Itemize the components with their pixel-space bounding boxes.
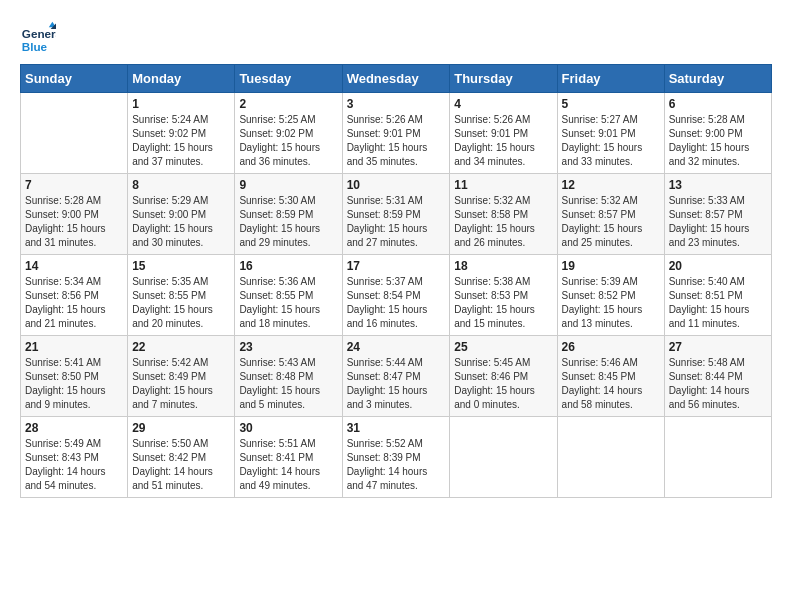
day-number: 7 xyxy=(25,178,123,192)
calendar-cell: 2Sunrise: 5:25 AM Sunset: 9:02 PM Daylig… xyxy=(235,93,342,174)
calendar-cell: 13Sunrise: 5:33 AM Sunset: 8:57 PM Dayli… xyxy=(664,174,771,255)
day-number: 21 xyxy=(25,340,123,354)
day-number: 10 xyxy=(347,178,446,192)
day-number: 11 xyxy=(454,178,552,192)
calendar-cell: 21Sunrise: 5:41 AM Sunset: 8:50 PM Dayli… xyxy=(21,336,128,417)
day-info: Sunrise: 5:41 AM Sunset: 8:50 PM Dayligh… xyxy=(25,356,123,412)
day-number: 12 xyxy=(562,178,660,192)
day-number: 5 xyxy=(562,97,660,111)
logo: General Blue xyxy=(20,20,56,56)
day-number: 2 xyxy=(239,97,337,111)
calendar-cell: 30Sunrise: 5:51 AM Sunset: 8:41 PM Dayli… xyxy=(235,417,342,498)
logo-icon: General Blue xyxy=(20,20,56,56)
calendar-cell: 8Sunrise: 5:29 AM Sunset: 9:00 PM Daylig… xyxy=(128,174,235,255)
day-number: 16 xyxy=(239,259,337,273)
day-info: Sunrise: 5:25 AM Sunset: 9:02 PM Dayligh… xyxy=(239,113,337,169)
day-info: Sunrise: 5:38 AM Sunset: 8:53 PM Dayligh… xyxy=(454,275,552,331)
calendar-cell: 19Sunrise: 5:39 AM Sunset: 8:52 PM Dayli… xyxy=(557,255,664,336)
day-info: Sunrise: 5:33 AM Sunset: 8:57 PM Dayligh… xyxy=(669,194,767,250)
calendar-week-5: 28Sunrise: 5:49 AM Sunset: 8:43 PM Dayli… xyxy=(21,417,772,498)
calendar-cell: 14Sunrise: 5:34 AM Sunset: 8:56 PM Dayli… xyxy=(21,255,128,336)
page-header: General Blue xyxy=(20,20,772,56)
calendar-cell: 11Sunrise: 5:32 AM Sunset: 8:58 PM Dayli… xyxy=(450,174,557,255)
calendar-cell: 22Sunrise: 5:42 AM Sunset: 8:49 PM Dayli… xyxy=(128,336,235,417)
day-info: Sunrise: 5:52 AM Sunset: 8:39 PM Dayligh… xyxy=(347,437,446,493)
calendar-week-3: 14Sunrise: 5:34 AM Sunset: 8:56 PM Dayli… xyxy=(21,255,772,336)
calendar-cell: 15Sunrise: 5:35 AM Sunset: 8:55 PM Dayli… xyxy=(128,255,235,336)
calendar-cell: 4Sunrise: 5:26 AM Sunset: 9:01 PM Daylig… xyxy=(450,93,557,174)
day-info: Sunrise: 5:34 AM Sunset: 8:56 PM Dayligh… xyxy=(25,275,123,331)
day-number: 3 xyxy=(347,97,446,111)
day-info: Sunrise: 5:49 AM Sunset: 8:43 PM Dayligh… xyxy=(25,437,123,493)
day-info: Sunrise: 5:31 AM Sunset: 8:59 PM Dayligh… xyxy=(347,194,446,250)
day-number: 25 xyxy=(454,340,552,354)
calendar-cell: 17Sunrise: 5:37 AM Sunset: 8:54 PM Dayli… xyxy=(342,255,450,336)
calendar-week-1: 1Sunrise: 5:24 AM Sunset: 9:02 PM Daylig… xyxy=(21,93,772,174)
calendar-cell: 12Sunrise: 5:32 AM Sunset: 8:57 PM Dayli… xyxy=(557,174,664,255)
calendar-header: SundayMondayTuesdayWednesdayThursdayFrid… xyxy=(21,65,772,93)
calendar-cell: 26Sunrise: 5:46 AM Sunset: 8:45 PM Dayli… xyxy=(557,336,664,417)
day-number: 18 xyxy=(454,259,552,273)
day-info: Sunrise: 5:45 AM Sunset: 8:46 PM Dayligh… xyxy=(454,356,552,412)
day-info: Sunrise: 5:50 AM Sunset: 8:42 PM Dayligh… xyxy=(132,437,230,493)
day-number: 13 xyxy=(669,178,767,192)
day-info: Sunrise: 5:40 AM Sunset: 8:51 PM Dayligh… xyxy=(669,275,767,331)
day-number: 14 xyxy=(25,259,123,273)
day-number: 8 xyxy=(132,178,230,192)
day-info: Sunrise: 5:27 AM Sunset: 9:01 PM Dayligh… xyxy=(562,113,660,169)
day-number: 26 xyxy=(562,340,660,354)
calendar-cell: 18Sunrise: 5:38 AM Sunset: 8:53 PM Dayli… xyxy=(450,255,557,336)
calendar-cell: 28Sunrise: 5:49 AM Sunset: 8:43 PM Dayli… xyxy=(21,417,128,498)
calendar-week-4: 21Sunrise: 5:41 AM Sunset: 8:50 PM Dayli… xyxy=(21,336,772,417)
day-number: 19 xyxy=(562,259,660,273)
day-number: 6 xyxy=(669,97,767,111)
calendar-cell: 1Sunrise: 5:24 AM Sunset: 9:02 PM Daylig… xyxy=(128,93,235,174)
calendar-cell: 31Sunrise: 5:52 AM Sunset: 8:39 PM Dayli… xyxy=(342,417,450,498)
day-info: Sunrise: 5:24 AM Sunset: 9:02 PM Dayligh… xyxy=(132,113,230,169)
calendar-cell xyxy=(21,93,128,174)
weekday-header-saturday: Saturday xyxy=(664,65,771,93)
day-number: 15 xyxy=(132,259,230,273)
weekday-header-thursday: Thursday xyxy=(450,65,557,93)
day-info: Sunrise: 5:44 AM Sunset: 8:47 PM Dayligh… xyxy=(347,356,446,412)
day-info: Sunrise: 5:39 AM Sunset: 8:52 PM Dayligh… xyxy=(562,275,660,331)
day-number: 24 xyxy=(347,340,446,354)
day-number: 9 xyxy=(239,178,337,192)
calendar-cell: 3Sunrise: 5:26 AM Sunset: 9:01 PM Daylig… xyxy=(342,93,450,174)
day-number: 29 xyxy=(132,421,230,435)
day-info: Sunrise: 5:26 AM Sunset: 9:01 PM Dayligh… xyxy=(454,113,552,169)
day-info: Sunrise: 5:26 AM Sunset: 9:01 PM Dayligh… xyxy=(347,113,446,169)
calendar-cell: 10Sunrise: 5:31 AM Sunset: 8:59 PM Dayli… xyxy=(342,174,450,255)
calendar-cell: 9Sunrise: 5:30 AM Sunset: 8:59 PM Daylig… xyxy=(235,174,342,255)
calendar-cell xyxy=(450,417,557,498)
day-number: 1 xyxy=(132,97,230,111)
day-number: 4 xyxy=(454,97,552,111)
day-info: Sunrise: 5:28 AM Sunset: 9:00 PM Dayligh… xyxy=(669,113,767,169)
svg-text:Blue: Blue xyxy=(22,40,48,53)
calendar-cell: 27Sunrise: 5:48 AM Sunset: 8:44 PM Dayli… xyxy=(664,336,771,417)
calendar-table: SundayMondayTuesdayWednesdayThursdayFrid… xyxy=(20,64,772,498)
day-info: Sunrise: 5:28 AM Sunset: 9:00 PM Dayligh… xyxy=(25,194,123,250)
day-info: Sunrise: 5:48 AM Sunset: 8:44 PM Dayligh… xyxy=(669,356,767,412)
day-number: 27 xyxy=(669,340,767,354)
day-number: 31 xyxy=(347,421,446,435)
weekday-header-wednesday: Wednesday xyxy=(342,65,450,93)
calendar-cell: 25Sunrise: 5:45 AM Sunset: 8:46 PM Dayli… xyxy=(450,336,557,417)
weekday-header-sunday: Sunday xyxy=(21,65,128,93)
day-info: Sunrise: 5:29 AM Sunset: 9:00 PM Dayligh… xyxy=(132,194,230,250)
day-number: 22 xyxy=(132,340,230,354)
day-info: Sunrise: 5:37 AM Sunset: 8:54 PM Dayligh… xyxy=(347,275,446,331)
day-info: Sunrise: 5:43 AM Sunset: 8:48 PM Dayligh… xyxy=(239,356,337,412)
day-info: Sunrise: 5:46 AM Sunset: 8:45 PM Dayligh… xyxy=(562,356,660,412)
day-info: Sunrise: 5:35 AM Sunset: 8:55 PM Dayligh… xyxy=(132,275,230,331)
day-info: Sunrise: 5:36 AM Sunset: 8:55 PM Dayligh… xyxy=(239,275,337,331)
day-info: Sunrise: 5:42 AM Sunset: 8:49 PM Dayligh… xyxy=(132,356,230,412)
day-number: 23 xyxy=(239,340,337,354)
calendar-cell: 24Sunrise: 5:44 AM Sunset: 8:47 PM Dayli… xyxy=(342,336,450,417)
calendar-cell xyxy=(557,417,664,498)
weekday-header-tuesday: Tuesday xyxy=(235,65,342,93)
day-info: Sunrise: 5:51 AM Sunset: 8:41 PM Dayligh… xyxy=(239,437,337,493)
calendar-cell: 23Sunrise: 5:43 AM Sunset: 8:48 PM Dayli… xyxy=(235,336,342,417)
weekday-header-monday: Monday xyxy=(128,65,235,93)
calendar-cell: 29Sunrise: 5:50 AM Sunset: 8:42 PM Dayli… xyxy=(128,417,235,498)
